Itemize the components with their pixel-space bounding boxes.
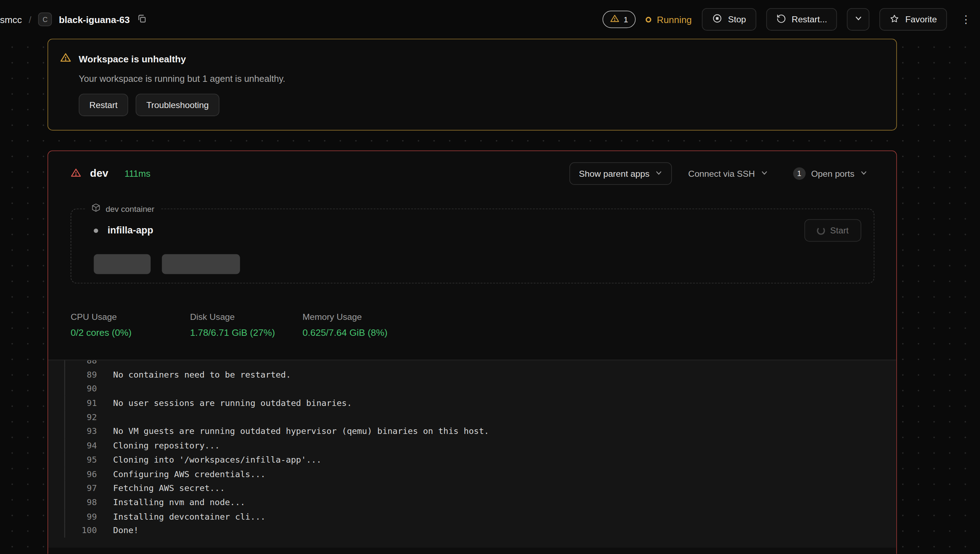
banner-troubleshooting-button[interactable]: Troubleshooting bbox=[136, 94, 219, 116]
banner-restart-button[interactable]: Restart bbox=[79, 94, 128, 116]
stat-label: Memory Usage bbox=[302, 312, 388, 322]
log-line: 98Installing nvm and node... bbox=[48, 495, 896, 509]
breadcrumb-owner[interactable]: smcc bbox=[0, 14, 22, 25]
log-line-text: Cloning into '/workspaces/infilla-app'..… bbox=[113, 453, 321, 467]
log-line: 90 bbox=[48, 382, 896, 396]
copy-icon bbox=[137, 13, 147, 25]
dev-container-legend: dev container bbox=[85, 203, 161, 214]
open-ports-label: Open ports bbox=[811, 169, 854, 178]
show-parent-apps-button[interactable]: Show parent apps bbox=[570, 162, 672, 185]
log-line-number: 97 bbox=[65, 481, 97, 495]
log-line-number: 100 bbox=[65, 524, 97, 538]
star-icon bbox=[890, 13, 900, 25]
app-row: infilla-app Start bbox=[94, 219, 861, 242]
start-label: Start bbox=[830, 225, 849, 235]
app-buttons-loading-row bbox=[94, 254, 861, 274]
workspace-status: Running bbox=[646, 14, 692, 25]
agent-panel: dev 111ms Show parent apps Connect via S… bbox=[48, 151, 897, 554]
chevron-down-icon bbox=[655, 169, 663, 178]
breadcrumb: smcc / C black-iguana-63 bbox=[0, 13, 147, 26]
memory-usage-stat: Memory Usage 0.625/7.64 GiB (8%) bbox=[302, 312, 388, 338]
unhealthy-banner: Workspace is unhealthy Your workspace is… bbox=[48, 38, 897, 131]
agent-latency: 111ms bbox=[124, 169, 150, 178]
banner-description: Your workspace is running but 1 agent is… bbox=[79, 74, 881, 84]
log-line: 99Installing devcontainer cli... bbox=[48, 509, 896, 524]
health-warning-badge[interactable]: 1 bbox=[602, 11, 636, 28]
log-line-number: 89 bbox=[65, 368, 97, 382]
restart-button[interactable]: Restart... bbox=[766, 8, 838, 30]
dev-container-label: dev container bbox=[106, 204, 155, 213]
log-line: 93No VM guests are running outdated hype… bbox=[48, 424, 896, 439]
log-line-text: Configuring AWS credentials... bbox=[113, 467, 266, 481]
agent-warning-icon bbox=[70, 167, 81, 180]
log-line-number: 94 bbox=[65, 439, 97, 453]
show-parent-apps-label: Show parent apps bbox=[579, 169, 650, 178]
log-lines: 8889No containers need to be restarted.9… bbox=[48, 360, 896, 537]
disk-usage-stat: Disk Usage 1.78/6.71 GiB (27%) bbox=[190, 312, 302, 338]
log-line-text: Cloning repository... bbox=[113, 439, 220, 453]
stop-icon bbox=[712, 13, 722, 25]
stat-label: Disk Usage bbox=[190, 312, 302, 322]
stat-value: 0.625/7.64 GiB (8%) bbox=[302, 327, 388, 338]
connect-via-ssh-button[interactable]: Connect via SSH bbox=[679, 162, 776, 185]
favorite-button[interactable]: Favorite bbox=[879, 8, 947, 30]
dev-container-box: dev container infilla-app Start bbox=[70, 209, 874, 284]
log-line-text: No VM guests are running outdated hyperv… bbox=[113, 424, 489, 439]
banner-actions: Restart Troubleshooting bbox=[79, 94, 881, 116]
workspace-name: black-iguana-63 bbox=[59, 14, 130, 25]
content-column: Workspace is unhealthy Your workspace is… bbox=[48, 38, 897, 554]
warning-icon bbox=[60, 52, 71, 65]
favorite-label: Favorite bbox=[905, 14, 937, 24]
log-line-text: Installing devcontainer cli... bbox=[113, 509, 266, 524]
skeleton-placeholder bbox=[162, 254, 240, 274]
log-line-number: 95 bbox=[65, 453, 97, 467]
log-line-text: No containers need to be restarted. bbox=[113, 368, 291, 382]
top-bar-actions: 1 Running Stop R bbox=[602, 8, 975, 30]
log-line-number: 92 bbox=[65, 410, 97, 424]
log-line: 88 bbox=[48, 360, 896, 367]
connect-via-ssh-label: Connect via SSH bbox=[688, 169, 755, 178]
log-line: 94Cloning repository... bbox=[48, 439, 896, 453]
more-options-kebab-button[interactable]: ⋮ bbox=[957, 13, 975, 26]
stat-label: CPU Usage bbox=[70, 312, 190, 322]
log-line-number: 91 bbox=[65, 396, 97, 410]
chevron-down-icon bbox=[860, 169, 868, 178]
log-line-number: 98 bbox=[65, 495, 97, 509]
stop-button[interactable]: Stop bbox=[702, 8, 756, 30]
start-app-button[interactable]: Start bbox=[804, 219, 861, 242]
stop-label: Stop bbox=[728, 14, 746, 24]
restart-options-dropdown-button[interactable] bbox=[847, 8, 869, 30]
health-warning-count: 1 bbox=[624, 14, 628, 24]
resource-stats: CPU Usage 0/2 cores (0%) Disk Usage 1.78… bbox=[70, 312, 896, 338]
restart-icon bbox=[776, 13, 786, 25]
log-line: 89No containers need to be restarted. bbox=[48, 368, 896, 382]
app-status-dot-icon bbox=[94, 228, 98, 232]
open-ports-button[interactable]: 1 Open ports bbox=[784, 162, 876, 185]
app-identity: infilla-app bbox=[94, 225, 153, 236]
log-line: 100Done! bbox=[48, 524, 896, 538]
copy-workspace-name-button[interactable] bbox=[137, 13, 147, 25]
log-line-number: 96 bbox=[65, 467, 97, 481]
log-line-text: Installing nvm and node... bbox=[113, 495, 245, 509]
stat-value: 0/2 cores (0%) bbox=[70, 327, 190, 338]
workspace-page: smcc / C black-iguana-63 bbox=[0, 0, 980, 554]
banner-header: Workspace is unhealthy bbox=[60, 52, 881, 65]
restart-label: Restart... bbox=[792, 14, 827, 24]
breadcrumb-separator: / bbox=[29, 14, 31, 25]
log-line-text: Fetching AWS secret... bbox=[113, 481, 225, 495]
log-line-number: 90 bbox=[65, 382, 97, 396]
log-line-text: Done! bbox=[113, 524, 139, 538]
status-label: Running bbox=[657, 14, 692, 25]
log-line: 95Cloning into '/workspaces/infilla-app'… bbox=[48, 453, 896, 467]
status-dot-icon bbox=[646, 17, 651, 22]
cpu-usage-stat: CPU Usage 0/2 cores (0%) bbox=[70, 312, 190, 338]
startup-log[interactable]: 8889No containers need to be restarted.9… bbox=[48, 360, 896, 548]
log-line: 91No user sessions are running outdated … bbox=[48, 396, 896, 410]
chevron-down-icon bbox=[854, 14, 863, 24]
stat-value: 1.78/6.71 GiB (27%) bbox=[190, 327, 302, 338]
banner-title: Workspace is unhealthy bbox=[79, 54, 186, 64]
chevron-down-icon bbox=[761, 169, 768, 178]
log-line-number: 99 bbox=[65, 509, 97, 524]
log-line: 96Configuring AWS credentials... bbox=[48, 467, 896, 481]
top-bar: smcc / C black-iguana-63 bbox=[0, 0, 980, 38]
